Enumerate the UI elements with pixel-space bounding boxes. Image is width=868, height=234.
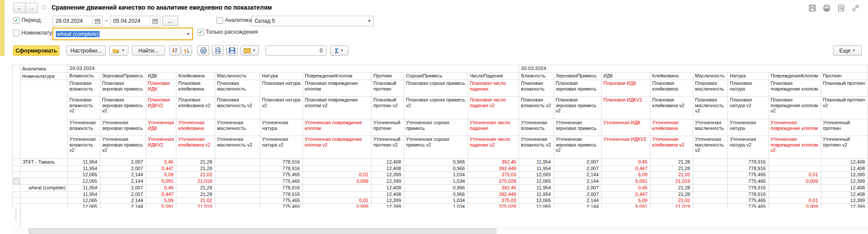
print-button[interactable] — [197, 45, 209, 56]
data-cell[interactable]: 0,447 — [146, 166, 176, 172]
tree-cell[interactable] — [13, 198, 21, 204]
date-group-header[interactable]: 30.03.2024 — [519, 65, 868, 73]
data-cell[interactable]: 0,01 — [303, 198, 371, 204]
data-cell[interactable]: 12,065 — [519, 178, 554, 185]
preview-icon[interactable] — [837, 3, 845, 12]
metric-sub-header-cell[interactable]: Плановая масличность v2 — [215, 97, 260, 119]
data-cell[interactable] — [693, 159, 728, 166]
metric-sub-header-cell[interactable]: Плановая натура — [728, 80, 768, 97]
data-cell[interactable]: 2,144 — [100, 198, 146, 204]
data-cell[interactable]: 2,144 — [100, 178, 146, 185]
metric-sub-header-cell[interactable]: Уточненный протеин — [371, 119, 404, 136]
data-cell[interactable]: 12,408 — [371, 185, 404, 192]
data-cell[interactable]: 12,408 — [371, 166, 404, 172]
data-cell[interactable]: 5,091 — [146, 178, 176, 185]
chevron-down-icon[interactable]: ▼ — [184, 28, 192, 39]
data-cell[interactable]: 12,065 — [519, 198, 554, 204]
data-cell[interactable]: 0,966 — [404, 166, 468, 172]
data-cell[interactable]: 5,09 — [602, 198, 651, 204]
metric-sub-header-cell[interactable]: Уточненная число падения v2 — [468, 136, 519, 159]
metric-sub-header-cell[interactable]: Уточненная масличность v2 — [215, 136, 260, 159]
data-cell[interactable]: 12,065 — [68, 178, 100, 185]
data-cell[interactable]: 12,065 — [519, 204, 554, 208]
metric-sub-header-cell[interactable]: Уточненная масличность — [693, 119, 728, 136]
data-cell[interactable]: 5,091 — [146, 204, 176, 208]
period-more-button[interactable]: ... — [162, 16, 178, 26]
more-menu-icon[interactable]: ⋮ — [865, 3, 868, 12]
metric-header-cell[interactable]: ЗерноваяПримесь — [554, 73, 602, 80]
metric-sub-header-cell[interactable]: Уточненная повреждение клопом v2 — [303, 136, 371, 159]
metric-sub-header-cell[interactable]: Плановая зерновая примесь — [554, 80, 602, 97]
metric-header-cell[interactable]: СорнаяПримесь — [404, 73, 468, 80]
data-cell[interactable]: 21,019 — [176, 204, 215, 208]
data-cell[interactable]: 12,399 — [821, 204, 868, 208]
data-cell[interactable]: 0,45 — [146, 159, 176, 166]
metric-header-cell[interactable]: ПовреждениеКлопом — [303, 73, 371, 80]
data-cell[interactable]: 0,45 — [602, 159, 651, 166]
data-cell[interactable]: 11,954 — [68, 185, 100, 192]
metric-sub-header-cell[interactable]: Плановая ИДК — [146, 80, 176, 97]
tree-cell[interactable] — [13, 172, 21, 178]
link-icon[interactable] — [851, 3, 860, 12]
metric-sub-header-cell[interactable]: Плановая масличность — [693, 80, 728, 97]
data-cell[interactable]: 21,28 — [650, 185, 693, 192]
data-cell[interactable]: 778,916 — [260, 192, 303, 198]
data-cell[interactable]: 12,408 — [821, 159, 868, 166]
save-icon[interactable] — [808, 3, 816, 12]
metric-sub-header-cell[interactable]: Плановая зерновая примесь — [100, 80, 146, 97]
metric-sub-header-cell[interactable]: Уточненная натура v2 — [260, 136, 303, 159]
data-cell[interactable]: 21,02 — [650, 198, 693, 204]
metric-sub-header-cell[interactable]: Уточненная натура — [728, 119, 768, 136]
data-cell[interactable]: 5,09 — [602, 172, 651, 178]
data-cell[interactable] — [303, 192, 371, 198]
data-cell[interactable]: 775,465 — [728, 204, 768, 208]
metric-sub-header-cell[interactable]: Плановая ИДКV2 — [602, 97, 651, 119]
metric-sub-header-cell[interactable]: Плановая масличность — [215, 80, 260, 97]
corner-nomenclature-cell[interactable]: Номенклатура — [20, 73, 67, 80]
data-cell[interactable]: 0,966 — [404, 192, 468, 198]
data-cell[interactable]: 0,009 — [303, 204, 371, 208]
metric-sub-header-cell[interactable]: Уточненная натура v2 — [728, 136, 768, 159]
favorite-star-icon[interactable]: ☆ — [40, 3, 48, 12]
metric-sub-header-cell[interactable]: Уточненная зерновая примесь v2 — [100, 136, 146, 159]
data-cell[interactable]: 5,091 — [602, 204, 651, 208]
data-cell[interactable]: 12,408 — [371, 192, 404, 198]
data-cell[interactable]: 12,065 — [68, 198, 100, 204]
metric-sub-header-cell[interactable]: Уточненная сорная примесь — [404, 119, 468, 136]
sum-button[interactable]: Σ ▼ — [330, 45, 348, 56]
metric-sub-header-cell[interactable]: Уточненная влажность v2 — [519, 136, 554, 159]
tree-cell[interactable] — [13, 204, 21, 208]
metric-sub-header-cell[interactable]: Плановая клейковина v2 — [650, 97, 693, 119]
data-cell[interactable] — [215, 178, 260, 185]
row-name-cell[interactable] — [20, 192, 67, 198]
metric-sub-header-cell[interactable]: Уточненная клейковина — [650, 119, 693, 136]
period-from-value[interactable]: 28.03.2024 — [53, 18, 92, 24]
data-cell[interactable] — [215, 185, 260, 192]
data-cell[interactable]: 11,954 — [519, 192, 554, 198]
row-name-cell[interactable] — [20, 178, 67, 185]
data-cell[interactable]: 11,954 — [519, 166, 554, 172]
data-cell[interactable]: 392,45 — [468, 185, 519, 192]
period-to-field[interactable]: 05.04.2024 — [110, 16, 160, 26]
data-cell[interactable]: 775,465 — [728, 172, 768, 178]
data-cell[interactable] — [215, 166, 260, 172]
data-cell[interactable]: 2,144 — [554, 204, 602, 208]
data-cell[interactable]: 21,019 — [650, 178, 693, 185]
metric-sub-header-cell[interactable]: Уточненная натура — [260, 119, 303, 136]
metric-header-cell[interactable]: Протеин — [371, 73, 404, 80]
data-cell[interactable] — [693, 185, 728, 192]
data-cell[interactable]: 12,065 — [68, 172, 100, 178]
metric-sub-header-cell[interactable]: Плановая повреждение клопом — [303, 80, 371, 97]
metric-sub-header-cell[interactable]: Уточненная ИДКV2 — [602, 136, 651, 159]
forward-button[interactable]: → — [26, 3, 38, 13]
data-cell[interactable]: 0,447 — [602, 192, 651, 198]
metric-sub-header-cell[interactable]: Плановый протеин v2 — [821, 97, 868, 119]
metric-sub-header-cell[interactable]: Уточненная зерновая примесь — [100, 119, 146, 136]
data-cell[interactable]: 12,065 — [519, 172, 554, 178]
data-cell[interactable]: 12,408 — [821, 185, 868, 192]
data-cell[interactable] — [693, 172, 728, 178]
metric-sub-header-cell[interactable]: Плановая клейковина v2 — [176, 97, 215, 119]
data-cell[interactable]: 0,009 — [303, 178, 371, 185]
metric-sub-header-cell[interactable]: Плановая повреждение клопом v2 — [768, 97, 821, 119]
metric-header-cell[interactable]: Натура — [728, 73, 768, 80]
